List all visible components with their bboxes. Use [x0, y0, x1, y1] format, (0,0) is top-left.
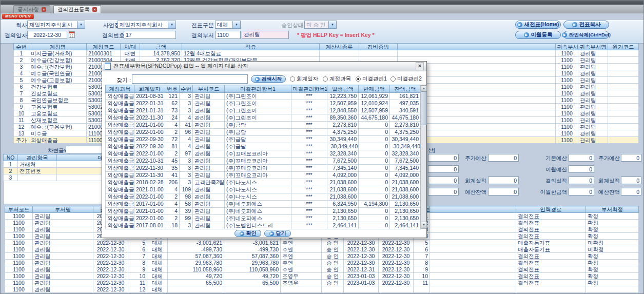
- cell[interactable]: 2,464,141: [327, 222, 359, 229]
- cell[interactable]: 산재보험료: [29, 117, 87, 124]
- cell[interactable]: 3: [180, 179, 193, 186]
- cell[interactable]: [608, 50, 639, 57]
- cell[interactable]: 고용보험료: [29, 104, 87, 110]
- line-delete-button[interactable]: ▶라인삭제(Ctrl+Del): [563, 31, 609, 39]
- cell[interactable]: 관리팀: [33, 240, 93, 246]
- cell[interactable]: ***: [291, 136, 327, 143]
- cell[interactable]: 관리팀: [578, 50, 608, 57]
- cell[interactable]: 외상매출금: [106, 222, 134, 229]
- cell[interactable]: ***: [291, 208, 327, 215]
- cell[interactable]: 2022-12-31: [344, 266, 379, 273]
- cell[interactable]: [608, 124, 639, 130]
- cell[interactable]: 11: [414, 280, 430, 286]
- cell[interactable]: 2022-01-00: [134, 215, 165, 222]
- cell[interactable]: 65,500: [224, 280, 281, 286]
- cell[interactable]: 21,038,600: [390, 193, 421, 201]
- cell[interactable]: (주)꼬매요코리아: [225, 172, 291, 179]
- cell[interactable]: 관리팀: [33, 233, 93, 240]
- radio-account-subject[interactable]: 계정과목: [323, 75, 351, 83]
- cell[interactable]: (주)금담: [225, 129, 291, 136]
- cell[interactable]: 7,345,140: [390, 165, 421, 172]
- cell[interactable]: 미지급금(거래처): [29, 50, 87, 57]
- cell[interactable]: 0: [359, 122, 390, 129]
- cell[interactable]: [608, 64, 639, 70]
- cell[interactable]: 1100: [556, 64, 578, 70]
- cell[interactable]: 32,328,340: [327, 150, 359, 158]
- cell[interactable]: 외상매출금: [106, 193, 134, 201]
- company-select[interactable]: 제일저지주식회사 ▼: [27, 21, 85, 29]
- cell[interactable]: 전표번호: [18, 168, 57, 174]
- close-icon[interactable]: ×: [416, 62, 424, 70]
- cell[interactable]: 외상매출금: [106, 136, 134, 143]
- cell[interactable]: 2021-01-00: [134, 186, 165, 193]
- cell[interactable]: ***: [291, 143, 327, 150]
- cell[interactable]: 30,349,440: [327, 136, 359, 143]
- cell[interactable]: 매출자동기표: [516, 240, 586, 246]
- tab-voucher-register[interactable]: 결의전표등록 ×: [53, 5, 101, 13]
- cell[interactable]: 1100: [556, 50, 578, 57]
- cell[interactable]: 30,349,440: [390, 136, 421, 143]
- cell[interactable]: 1100: [556, 57, 578, 64]
- cell[interactable]: 1100: [5, 213, 33, 220]
- cell[interactable]: [320, 50, 359, 57]
- cell[interactable]: 9: [14, 104, 29, 110]
- cell[interactable]: (주)네오피에스: [225, 215, 291, 222]
- cell[interactable]: ***: [291, 165, 327, 172]
- cell[interactable]: ***: [291, 186, 327, 193]
- cell[interactable]: 2022-12-30: [93, 240, 128, 246]
- cell[interactable]: ***: [291, 215, 327, 222]
- cell[interactable]: 2023-01-03: [344, 273, 379, 280]
- cell[interactable]: 대변: [121, 50, 140, 57]
- cell[interactable]: 0: [359, 136, 390, 143]
- cell[interactable]: 1100: [5, 286, 33, 293]
- budget-right-actual-value[interactable]: 0: [621, 177, 641, 184]
- cell[interactable]: 81: [165, 143, 180, 150]
- cell[interactable]: 외상매출금: [106, 215, 134, 222]
- cell[interactable]: [430, 240, 516, 246]
- cell[interactable]: 8: [14, 97, 29, 104]
- cell[interactable]: 예수금(고용보험): [29, 77, 87, 84]
- cell[interactable]: 13: [14, 130, 29, 137]
- budget-right-carry-value[interactable]: 0: [569, 165, 594, 173]
- budget-left-actual-value[interactable]: 0: [488, 177, 519, 184]
- cell[interactable]: [608, 130, 639, 137]
- cell[interactable]: 관리팀: [578, 110, 608, 117]
- cell[interactable]: -30,349,440: [327, 143, 359, 150]
- cell[interactable]: 3: [180, 172, 193, 179]
- cell[interactable]: (주)나노시스: [225, 193, 291, 201]
- budget-left-remain-value[interactable]: 0: [488, 188, 519, 195]
- cell[interactable]: 결의전표: [516, 233, 586, 240]
- cell[interactable]: [608, 97, 639, 104]
- cell[interactable]: 7,672,500: [327, 158, 359, 165]
- cell[interactable]: -30,349,440: [390, 143, 421, 150]
- cell[interactable]: [430, 220, 516, 226]
- ok-button[interactable]: ▶확인: [235, 230, 261, 237]
- cell[interactable]: 1100: [5, 260, 33, 266]
- cell[interactable]: 관리팀: [578, 77, 608, 84]
- cell[interactable]: 110,058,960: [224, 266, 281, 273]
- cell[interactable]: 예수금(고용보험): [29, 124, 87, 130]
- cell[interactable]: 결의전표: [516, 213, 586, 220]
- cell[interactable]: 3: [180, 107, 193, 114]
- resolution-dept-code-input[interactable]: 1100: [215, 31, 241, 39]
- cell[interactable]: 0: [359, 143, 390, 150]
- cell[interactable]: 12,010,924: [359, 100, 390, 107]
- cell[interactable]: (주)그린조이: [225, 107, 291, 114]
- cell[interactable]: 2: [4, 168, 18, 174]
- cell[interactable]: 2022-12-30: [344, 253, 379, 260]
- cell[interactable]: 2,130,650: [390, 215, 421, 222]
- cell[interactable]: 10: [14, 110, 29, 117]
- cell[interactable]: [608, 70, 639, 77]
- resolution-date-input[interactable]: 2022-12-30: [27, 31, 67, 39]
- cell[interactable]: 관리팀: [578, 90, 608, 97]
- cell[interactable]: [430, 246, 516, 253]
- cell[interactable]: 2022-12-30: [93, 266, 128, 273]
- find-input[interactable]: [132, 74, 248, 84]
- radio-open-item-1[interactable]: 미결관리1: [356, 75, 387, 83]
- cell[interactable]: 39: [180, 208, 193, 215]
- cell[interactable]: 7,672,500: [390, 158, 421, 165]
- cell[interactable]: 2022-01-00: [134, 193, 165, 201]
- cell[interactable]: [430, 233, 516, 240]
- cell[interactable]: 관리팀: [33, 266, 93, 273]
- cell[interactable]: 결의전표: [516, 220, 586, 226]
